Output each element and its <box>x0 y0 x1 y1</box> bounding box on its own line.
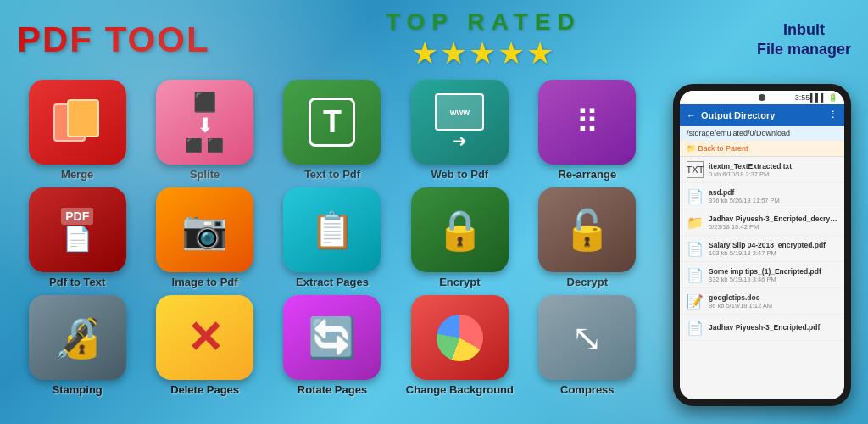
rearrange-icon: ⠿ <box>576 103 599 141</box>
file-info-1: asd.pdf 376 kb 5/26/18 11:57 PM <box>709 188 837 204</box>
file-info-3: Salary Slip 04-2018_encrypted.pdf 103 kb… <box>709 241 837 257</box>
phone-path: /storage/emulated/0/Download <box>680 126 844 141</box>
delete-pages-label: Delete Pages <box>170 383 239 396</box>
file-item-1[interactable]: 📄 asd.pdf 376 kb 5/26/18 11:57 PM <box>680 183 844 209</box>
stamping-label: Stamping <box>53 383 103 396</box>
tool-merge[interactable]: Merge <box>17 80 137 181</box>
file-item-6[interactable]: 📄 Jadhav Piyuesh-3_Encripted.pdf <box>680 315 844 341</box>
file-item-4[interactable]: 📄 Some imp tips_(1)_Encripted.pdf 332 kb… <box>680 262 844 288</box>
stamping-icon-box[interactable]: 🔏 <box>29 295 126 380</box>
file-info-4: Some imp tips_(1)_Encripted.pdf 332 kb 5… <box>709 267 837 283</box>
stars-rating: ★★★★★ <box>411 36 555 71</box>
tool-image-to-pdf[interactable]: 📷 Image to Pdf <box>144 187 264 288</box>
tool-change-background[interactable]: Change Background <box>399 295 520 396</box>
folder-icon: 📁 <box>687 144 698 153</box>
tool-splite[interactable]: ⬛ ⬇ ⬛ ⬛ Splite <box>144 80 264 181</box>
tool-web-to-pdf[interactable]: www ➜ Web to Pdf <box>399 80 520 181</box>
file-meta-0: 0 kb 6/10/18 2:37 PM <box>709 170 837 178</box>
unlock-icon: 🔓 <box>563 207 611 253</box>
pdf-to-text-label: Pdf to Text <box>49 276 105 288</box>
header: PDF TOOL TOP RATED ★★★★★ Inbult File man… <box>0 0 868 75</box>
compress-icon-box[interactable]: ⤡ <box>538 295 636 380</box>
image-to-pdf-label: Image to Pdf <box>172 276 238 288</box>
tool-extract-pages[interactable]: 📋 Extract Pages <box>272 187 392 288</box>
tool-delete-pages[interactable]: ✕ Delete Pages <box>144 295 264 396</box>
splite-icon-box[interactable]: ⬛ ⬇ ⬛ ⬛ <box>156 80 253 165</box>
tools-grid-area: Merge ⬛ ⬇ ⬛ ⬛ Splite T Text to Pdf <box>8 75 656 406</box>
file-name-5: googletips.doc <box>709 293 837 302</box>
file-item-3[interactable]: 📄 Salary Slip 04-2018_encrypted.pdf 103 … <box>680 236 844 262</box>
file-info-6: Jadhav Piyuesh-3_Encripted.pdf <box>709 323 837 332</box>
text-icon: T <box>309 98 355 147</box>
stamp-icon: 🔏 <box>53 315 102 360</box>
decrypt-label: Decrypt <box>567 276 608 288</box>
file-name-1: asd.pdf <box>709 188 837 197</box>
file-info-0: itextm_TextExtracted.txt 0 kb 6/10/18 2:… <box>709 162 837 178</box>
rotate-pages-icon-box[interactable]: 🔄 <box>283 295 381 380</box>
tool-decrypt[interactable]: 🔓 Decrypt <box>527 187 648 288</box>
file-meta-4: 332 kb 5/19/18 3:46 PM <box>709 276 837 283</box>
rotate-icon: 🔄 <box>308 315 356 360</box>
tool-compress[interactable]: ⤡ Compress <box>527 295 648 396</box>
file-meta-2: 5/23/18 10:42 PM <box>709 223 837 231</box>
phone-container: 3:55 ▌▌▌ 🔋 ← Output Directory ⋮ /storage… <box>665 75 860 406</box>
text-to-pdf-label: Text to Pdf <box>304 168 360 181</box>
top-rated-section: TOP RATED ★★★★★ <box>386 8 581 71</box>
inbult-line1: Inbult <box>757 20 851 40</box>
web-to-pdf-icon-box[interactable]: www ➜ <box>411 80 509 165</box>
image-to-pdf-icon-box[interactable]: 📷 <box>156 187 253 272</box>
compress-icon: ⤡ <box>571 316 603 360</box>
file-name-2: Jadhav Piyuesh-3_Encripted_decrypted_(1) <box>709 215 837 223</box>
pdf-icon: PDF 📄 <box>61 208 93 253</box>
file-meta-3: 103 kb 5/19/18 3:47 PM <box>709 249 837 257</box>
tool-re-arrange[interactable]: ⠿ Re-arrange <box>527 80 648 181</box>
back-to-parent-btn[interactable]: 📁 Back to Parent <box>680 141 844 157</box>
doc-file-icon-5: 📝 <box>687 293 704 310</box>
file-item-5[interactable]: 📝 googletips.doc 86 kb 5/19/18 1:12 AM <box>680 288 844 315</box>
split-icon: ⬛ ⬇ ⬛ ⬛ <box>186 92 223 153</box>
txt-file-icon: TXT <box>687 161 704 178</box>
top-rated-label: TOP RATED <box>386 8 581 36</box>
merge-label: Merge <box>61 168 93 181</box>
tool-encrypt[interactable]: 🔒 Encrypt <box>399 187 520 288</box>
pdf-file-icon-1: 📄 <box>687 187 704 204</box>
file-name-3: Salary Slip 04-2018_encrypted.pdf <box>709 241 837 249</box>
phone-time: 3:55 <box>795 93 810 102</box>
more-icon[interactable]: ⋮ <box>828 109 837 120</box>
folder-icon-2: 📁 <box>687 214 704 231</box>
file-name-4: Some imp tips_(1)_Encripted.pdf <box>709 267 837 276</box>
tool-rotate-pages[interactable]: 🔄 Rotate Pages <box>272 295 392 396</box>
tool-pdf-to-text[interactable]: PDF 📄 Pdf to Text <box>17 187 137 288</box>
pdf-file-icon-6: 📄 <box>687 319 704 336</box>
change-background-label: Change Background <box>406 383 514 396</box>
merge-icon-box[interactable] <box>29 80 126 165</box>
change-background-icon-box[interactable] <box>411 295 509 380</box>
text-to-pdf-icon-box[interactable]: T <box>283 80 381 165</box>
back-arrow-icon[interactable]: ← <box>687 110 696 120</box>
pie-chart-icon <box>437 315 483 361</box>
main-content: Merge ⬛ ⬇ ⬛ ⬛ Splite T Text to Pdf <box>0 75 868 406</box>
delete-pages-icon-box[interactable]: ✕ <box>156 295 253 380</box>
encrypt-label: Encrypt <box>439 276 480 288</box>
tool-text-to-pdf[interactable]: T Text to Pdf <box>272 80 392 181</box>
web-icon: www ➜ <box>435 93 484 151</box>
inbult-section: Inbult File manager <box>757 20 851 60</box>
extract-icon: 📋 <box>310 209 354 251</box>
tool-stamping[interactable]: 🔏 Stamping <box>17 295 137 396</box>
phone-file-list: TXT itextm_TextExtracted.txt 0 kb 6/10/1… <box>680 157 844 399</box>
phone-screen: 3:55 ▌▌▌ 🔋 ← Output Directory ⋮ /storage… <box>680 91 844 399</box>
re-arrange-icon-box[interactable]: ⠿ <box>538 80 636 165</box>
re-arrange-label: Re-arrange <box>558 168 616 181</box>
pdf-file-icon-4: 📄 <box>687 266 704 283</box>
file-name-6: Jadhav Piyuesh-3_Encripted.pdf <box>709 323 837 332</box>
file-item-2[interactable]: 📁 Jadhav Piyuesh-3_Encripted_decrypted_(… <box>680 209 844 236</box>
pdf-to-text-icon-box[interactable]: PDF 📄 <box>29 187 126 272</box>
file-info-2: Jadhav Piyuesh-3_Encripted_decrypted_(1)… <box>709 215 837 231</box>
compress-label: Compress <box>560 383 615 396</box>
file-item-0[interactable]: TXT itextm_TextExtracted.txt 0 kb 6/10/1… <box>680 157 844 183</box>
app-title: PDF TOOL <box>17 20 210 60</box>
web-to-pdf-label: Web to Pdf <box>431 168 489 181</box>
extract-pages-icon-box[interactable]: 📋 <box>283 187 381 272</box>
encrypt-icon-box[interactable]: 🔒 <box>411 187 509 272</box>
decrypt-icon-box[interactable]: 🔓 <box>538 187 636 272</box>
